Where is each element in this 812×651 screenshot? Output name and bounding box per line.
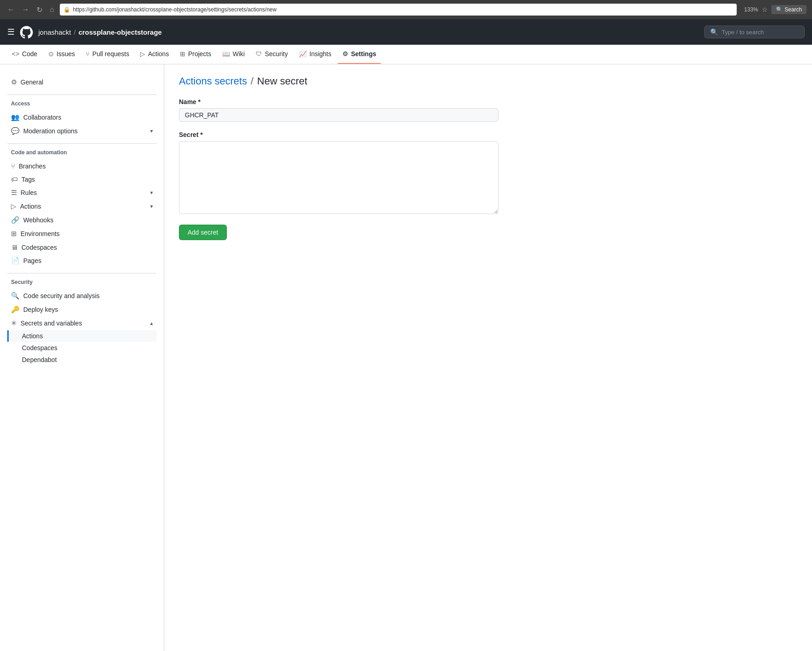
secret-field-group: Secret * — [179, 131, 498, 215]
sidebar-label-tags: Tags — [21, 176, 153, 183]
insights-icon: 📈 — [299, 50, 307, 58]
sidebar-sub-item-codespaces[interactable]: Codespaces — [7, 342, 157, 354]
sidebar-label-moderation: Moderation options — [23, 127, 147, 135]
sidebar-sub-label-actions: Actions — [22, 332, 43, 340]
name-label: Name * — [179, 98, 498, 105]
hamburger-menu-button[interactable]: ☰ — [7, 27, 15, 37]
nav-label-wiki: Wiki — [233, 50, 245, 58]
sidebar-section-code: Code and automation — [7, 149, 157, 156]
pr-icon: ⑂ — [86, 50, 89, 58]
global-search-box[interactable]: 🔍 Type / to search — [704, 26, 805, 38]
sidebar-label-deploy-keys: Deploy keys — [23, 306, 153, 313]
sidebar-divider-3 — [7, 273, 157, 273]
sidebar-item-pages[interactable]: 📄 Pages — [7, 254, 157, 268]
sidebar-label-branches: Branches — [19, 163, 153, 170]
add-secret-button[interactable]: Add secret — [179, 225, 227, 240]
sidebar-item-general[interactable]: ⚙ General — [7, 75, 157, 89]
repo-name[interactable]: crossplane-objectstorage — [79, 28, 162, 36]
sidebar-section-security: Security — [7, 279, 157, 285]
nav-label-actions: Actions — [148, 50, 169, 58]
browser-search-button[interactable]: 🔍 Search — [771, 5, 807, 14]
sidebar-item-deploy-keys[interactable]: 🔑 Deploy keys — [7, 303, 157, 316]
sidebar-item-codespaces[interactable]: 🖥 Codespaces — [7, 241, 157, 254]
nav-item-issues[interactable]: ⊙ Issues — [44, 45, 79, 64]
settings-sidebar: ⚙ General Access 👥 Collaborators 💬 Moder… — [0, 64, 164, 651]
nav-item-settings[interactable]: ⚙ Settings — [338, 45, 381, 64]
nav-item-pull-requests[interactable]: ⑂ Pull requests — [81, 45, 134, 64]
bookmark-icon[interactable]: ☆ — [762, 6, 768, 13]
nav-item-insights[interactable]: 📈 Insights — [294, 45, 336, 64]
wiki-icon: 📖 — [222, 50, 230, 58]
sidebar-label-general: General — [21, 79, 153, 86]
breadcrumb-link[interactable]: Actions secrets — [179, 75, 247, 87]
code-security-icon: 🔍 — [11, 292, 20, 300]
nav-label-issues: Issues — [57, 50, 75, 58]
tags-icon: 🏷 — [11, 175, 18, 183]
repo-path: jonashackt / crossplane-objectstorage — [38, 28, 162, 36]
sidebar-sub-label-dependabot: Dependabot — [22, 356, 57, 363]
gear-icon: ⚙ — [11, 78, 17, 86]
secret-label: Secret * — [179, 131, 498, 138]
url-bar[interactable]: 🔒 https://github.com/jonashackt/crosspla… — [60, 4, 737, 16]
sidebar-section-access: Access — [7, 100, 157, 107]
sidebar-item-code-security[interactable]: 🔍 Code security and analysis — [7, 289, 157, 303]
issues-icon: ⊙ — [48, 50, 54, 58]
name-input[interactable] — [179, 108, 498, 122]
actions-icon: ▷ — [140, 50, 145, 58]
code-icon: <> — [12, 50, 19, 58]
settings-icon: ⚙ — [342, 50, 348, 58]
sidebar-label-codespaces: Codespaces — [21, 244, 153, 251]
chevron-down-icon-rules: ▾ — [150, 189, 153, 196]
sidebar-item-rules[interactable]: ☰ Rules ▾ — [7, 186, 157, 200]
nav-label-insights: Insights — [309, 50, 331, 58]
sidebar-label-rules: Rules — [21, 189, 147, 196]
nav-item-code[interactable]: <> Code — [7, 45, 42, 64]
secret-textarea[interactable] — [179, 141, 498, 214]
sidebar-label-actions: Actions — [20, 203, 147, 210]
sidebar-item-moderation[interactable]: 💬 Moderation options ▾ — [7, 124, 157, 138]
refresh-button[interactable]: ↻ — [35, 4, 44, 16]
nav-item-actions[interactable]: ▷ Actions — [136, 45, 173, 64]
rules-icon: ☰ — [11, 189, 17, 197]
webhooks-icon: 🔗 — [11, 216, 20, 224]
nav-label-code: Code — [22, 50, 37, 58]
sidebar-label-collaborators: Collaborators — [23, 114, 153, 121]
home-button[interactable]: ⌂ — [48, 4, 56, 16]
main-container: ⚙ General Access 👥 Collaborators 💬 Moder… — [0, 64, 812, 651]
sidebar-sub-item-dependabot[interactable]: Dependabot — [7, 354, 157, 366]
forward-button[interactable]: → — [20, 4, 31, 16]
content-area: Actions secrets / New secret Name * Secr… — [164, 64, 812, 651]
security-icon: 🛡 — [256, 50, 262, 58]
nav-item-security[interactable]: 🛡 Security — [251, 45, 293, 64]
github-logo[interactable] — [20, 25, 33, 39]
nav-item-wiki[interactable]: 📖 Wiki — [218, 45, 249, 64]
zoom-level: 133% — [744, 6, 758, 13]
codespaces-icon: 🖥 — [11, 243, 18, 251]
environments-icon: ⊞ — [11, 230, 17, 238]
sidebar-item-secrets-variables[interactable]: ✳ Secrets and variables ▴ — [7, 316, 157, 330]
breadcrumb-separator: / — [251, 75, 253, 87]
sidebar-sub-item-actions[interactable]: Actions — [7, 330, 157, 342]
sidebar-divider-2 — [7, 143, 157, 144]
username[interactable]: jonashackt — [38, 28, 71, 36]
new-secret-form: Name * Secret * Add secret — [179, 98, 498, 240]
nav-item-projects[interactable]: ⊞ Projects — [175, 45, 216, 64]
sidebar-item-actions[interactable]: ▷ Actions ▾ — [7, 200, 157, 213]
sidebar-item-environments[interactable]: ⊞ Environments — [7, 227, 157, 241]
sidebar-label-environments: Environments — [21, 230, 153, 237]
sidebar-item-tags[interactable]: 🏷 Tags — [7, 173, 157, 186]
secrets-icon: ✳ — [11, 319, 17, 327]
sidebar-item-collaborators[interactable]: 👥 Collaborators — [7, 110, 157, 124]
search-icon: 🔍 — [710, 28, 718, 36]
collaborators-icon: 👥 — [11, 113, 20, 121]
sidebar-label-webhooks: Webhooks — [23, 216, 153, 224]
nav-label-projects: Projects — [188, 50, 211, 58]
back-button[interactable]: ← — [5, 4, 16, 16]
sidebar-item-webhooks[interactable]: 🔗 Webhooks — [7, 213, 157, 227]
chevron-down-icon-actions: ▾ — [150, 203, 153, 210]
search-icon: 🔍 — [776, 6, 783, 13]
sidebar-label-pages: Pages — [23, 257, 153, 264]
sidebar-item-branches[interactable]: ⑂ Branches — [7, 159, 157, 173]
pages-icon: 📄 — [11, 257, 20, 265]
nav-label-pr: Pull requests — [92, 50, 129, 58]
